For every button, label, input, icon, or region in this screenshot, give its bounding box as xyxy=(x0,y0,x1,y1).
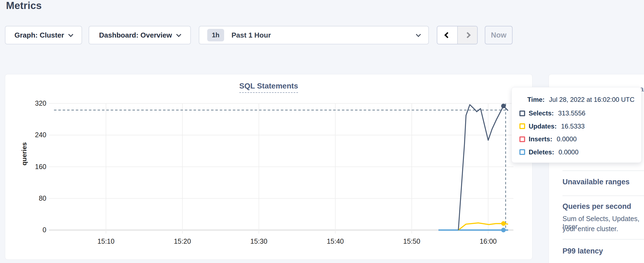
tooltip-series-label: Inserts: xyxy=(529,135,552,143)
y-axis-tick-label: 80 xyxy=(24,194,46,202)
chevron-down-icon xyxy=(68,32,73,37)
page-title: Metrics xyxy=(6,0,42,11)
x-axis-tick-label: 15:30 xyxy=(240,237,278,245)
now-button[interactable]: Now xyxy=(485,26,513,44)
sidebar-divider xyxy=(562,239,644,240)
tooltip-series-label: Deletes: xyxy=(529,148,554,156)
x-axis-tick-label: 15:40 xyxy=(316,237,354,245)
tooltip-series-row-updates: Updates:16.5333 xyxy=(512,122,585,131)
series-swatch-icon xyxy=(519,123,525,129)
time-range-badge: 1h xyxy=(207,29,224,41)
tooltip-series-label: Selects: xyxy=(529,109,554,117)
tooltip-series-value: 313.5556 xyxy=(558,109,585,117)
x-axis-tick-label: 15:10 xyxy=(87,237,125,245)
tooltip-series-row-inserts: Inserts:0.0000 xyxy=(512,134,577,144)
y-axis-tick-label: 240 xyxy=(24,131,46,139)
chevron-left-icon xyxy=(444,32,450,38)
next-time-button[interactable] xyxy=(457,26,477,44)
time-nav-group xyxy=(437,26,478,44)
sidebar-item-unavailable-ranges: Unavailable ranges xyxy=(562,178,630,186)
chevron-right-icon xyxy=(464,32,471,38)
time-range-selector[interactable]: 1h Past 1 Hour xyxy=(199,26,429,44)
dashboard-dropdown[interactable]: Dashboard: Overview xyxy=(89,26,191,44)
sidebar-divider xyxy=(562,170,644,171)
x-axis-tick-label: 15:50 xyxy=(393,237,431,245)
tooltip-series-row-selects: Selects:313.5556 xyxy=(512,109,585,118)
tooltip-time-label: Time: xyxy=(527,96,545,103)
sidebar-item-description-line: your entire cluster. xyxy=(562,225,618,233)
series-swatch-icon xyxy=(519,136,525,142)
tooltip-time-value: Jul 28, 2022 at 16:02:00 UTC xyxy=(549,96,635,103)
tooltip-series-label: Updates: xyxy=(529,123,557,130)
sidebar-item-queries-per-second: Queries per second xyxy=(562,202,631,211)
time-range-label: Past 1 Hour xyxy=(231,31,417,39)
chart-title[interactable]: SQL Statements xyxy=(239,82,298,93)
y-axis-tick-label: 320 xyxy=(24,99,46,107)
y-axis-tick-label: 0 xyxy=(24,226,46,234)
series-swatch-icon xyxy=(519,149,525,155)
chevron-down-icon xyxy=(416,32,421,37)
tooltip-series-value: 0.0000 xyxy=(557,135,577,143)
graph-dropdown[interactable]: Graph: Cluster xyxy=(5,26,82,44)
y-axis-tick-label: 160 xyxy=(24,163,46,171)
tooltip-series-value: 0.0000 xyxy=(558,148,578,156)
series-swatch-icon xyxy=(519,111,525,116)
chart-plot-area[interactable] xyxy=(54,103,513,230)
x-axis-tick-label: 16:00 xyxy=(469,237,507,245)
graph-dropdown-label: Graph: Cluster xyxy=(14,31,64,39)
tooltip-series-row-deletes: Deletes:0.0000 xyxy=(512,148,579,157)
sidebar-divider xyxy=(562,195,644,196)
dashboard-dropdown-label: Dashboard: Overview xyxy=(99,31,172,39)
sidebar-item-p99-latency: P99 latency xyxy=(562,247,603,255)
x-axis-tick-label: 15:20 xyxy=(163,237,201,245)
chevron-down-icon xyxy=(176,32,181,37)
previous-time-button[interactable] xyxy=(437,26,457,44)
chart-hover-tooltip: Time: Jul 28, 2022 at 16:02:00 UTC Selec… xyxy=(511,87,642,163)
tooltip-series-value: 16.5333 xyxy=(561,123,585,130)
